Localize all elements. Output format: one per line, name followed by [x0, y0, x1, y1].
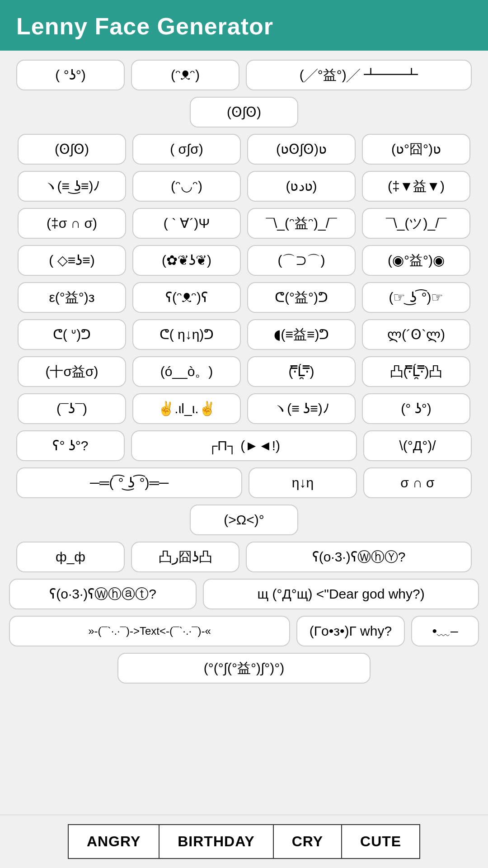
face-btn[interactable]: (·̿Ĺ̯·̿) [247, 356, 356, 387]
face-row-15: (°(°∫(°益°)∫°)°) [9, 653, 479, 684]
face-row-10: ʕ° ʖ°? ┌П┐ (►◄!) \(°Д°)/ [9, 430, 479, 461]
face-row-9: (¯ʖ¯) ✌.ιl_ι.✌ ヽ(≡ ʖ≡)ﾉ (° ʖ°) [9, 393, 479, 424]
app-header: Lenny Face Generator [0, 0, 488, 51]
face-btn[interactable]: (‡σ ∩ σ) [18, 208, 126, 239]
face-btn[interactable]: (⌒⊃⌒) [247, 245, 356, 276]
face-row-3: ヽ(≡ ͜ʖ≡)ﾉ (ᵔ◡ᵔ) (ʋدʋ) (‡▼益▼) [9, 171, 479, 202]
face-btn[interactable]: (ʋ°囧°)ʋ [362, 134, 470, 165]
face-btn[interactable]: ( ` ∀´)Ψ [132, 208, 241, 239]
face-row-2: (ʘ∫ʘ) ( σ∫σ) (ʋʘ∫ʘ)ʋ (ʋ°囧°)ʋ [9, 134, 479, 165]
face-btn[interactable]: ʕ(ο·3·)ʕⓌⓗⓎ? [246, 542, 472, 572]
face-btn[interactable]: 凸(·̿Ĺ̯·̿)凸 [362, 356, 470, 387]
face-row-4: (‡σ ∩ σ) ( ` ∀´)Ψ ¯\_(ᵔ益ᵔ)_/¯ ¯\_(ツ)_/¯ [9, 208, 479, 239]
face-btn[interactable]: ¯\_(ツ)_/¯ [362, 208, 470, 239]
face-btn[interactable]: (‡▼益▼) [362, 171, 470, 202]
face-row-11: ─═( ͡° ͜ʖ ͡°)═─ η↓η σ ∩ σ (>Ω<)° [9, 467, 479, 535]
face-btn[interactable]: ─═( ͡° ͜ʖ ͡°)═─ [16, 467, 242, 498]
face-btn[interactable]: ʕ° ʖ°? [16, 430, 125, 461]
face-btn[interactable]: (° ʖ°) [362, 393, 470, 424]
face-row-8: (十σ益σ) (ó__ò。) (·̿Ĺ̯·̿) 凸(·̿Ĺ̯·̿)凸 [9, 356, 479, 387]
face-btn[interactable]: (✿❦ʖ❦) [132, 245, 241, 276]
face-btn[interactable]: (ᵔ◡ᵔ) [132, 171, 241, 202]
face-btn[interactable]: (十σ益σ) [18, 356, 126, 387]
app-title: Lenny Face Generator [16, 13, 472, 40]
face-btn[interactable]: (ʘ∫ʘ) [190, 97, 298, 127]
face-btn[interactable]: (◉°益°)◉ [362, 245, 470, 276]
face-btn[interactable]: •﹏– [411, 616, 479, 646]
face-row-12: ф_ф 凸ر囧ʖ凸 ʕ(ο·3·)ʕⓌⓗⓎ? [9, 542, 479, 572]
face-btn[interactable]: (ᵔᴥᵔ) [131, 60, 239, 90]
face-btn[interactable]: (ʋدʋ) [247, 171, 356, 202]
face-row-6: ε(°益°)з ʕ(ᵔᴥᵔ)ʕ ᕦ(°益°)ᕤ (☞ ͜ʖ ͡°)☞ [9, 282, 479, 313]
main-content: ( °ʖ°) (ᵔᴥᵔ) (╱°益°)╱ ┻━━┻ (ʘ∫ʘ) (ʘ∫ʘ) ( … [0, 51, 488, 815]
face-btn[interactable]: (ʋʘ∫ʘ)ʋ [247, 134, 356, 165]
face-btn[interactable]: ✌.ιl_ι.✌ [132, 393, 241, 424]
face-row-13: ʕ(ο·3·)ʕⓌⓗⓐⓣ? щ (°Д°щ) <"Dear god why?) [9, 579, 479, 609]
face-btn[interactable]: ヽ(≡ ͜ʖ≡)ﾉ [18, 171, 126, 202]
face-btn[interactable]: ʕ(ο·3·)ʕⓌⓗⓐⓣ? [9, 579, 197, 609]
face-row-1: ( °ʖ°) (ᵔᴥᵔ) (╱°益°)╱ ┻━━┻ (ʘ∫ʘ) [9, 60, 479, 127]
face-btn[interactable]: ε(°益°)з [18, 282, 126, 313]
face-row-7: ᕦ( ᐡ)ᕤ ᕦ( η↓η)ᕤ ◖(≡益≡)ᕤ ლ(´ʘ`ლ) [9, 319, 479, 350]
face-btn[interactable]: (¯ʖ¯) [18, 393, 126, 424]
face-btn[interactable]: ◖(≡益≡)ᕤ [247, 319, 356, 350]
face-btn[interactable]: (ʘ∫ʘ) [18, 134, 126, 165]
face-btn[interactable]: ᕦ( ᐡ)ᕤ [18, 319, 126, 350]
face-btn[interactable]: (°(°∫(°益°)∫°)°) [117, 653, 371, 684]
nav-tab-angry[interactable]: ANGRY [68, 824, 159, 859]
face-btn[interactable]: ᕦ(°益°)ᕤ [247, 282, 356, 313]
face-btn[interactable]: ф_ф [16, 542, 125, 572]
face-btn[interactable]: 凸ر囧ʖ凸 [131, 542, 239, 572]
face-row-5: ( ◇≡ʖ≡) (✿❦ʖ❦) (⌒⊃⌒) (◉°益°)◉ [9, 245, 479, 276]
face-btn[interactable]: ᕦ( η↓η)ᕤ [132, 319, 241, 350]
face-btn[interactable]: ( °ʖ°) [16, 60, 125, 90]
face-btn[interactable]: ( σ∫σ) [132, 134, 241, 165]
face-btn[interactable]: ¯\_(ᵔ益ᵔ)_/¯ [247, 208, 356, 239]
face-btn[interactable]: щ (°Д°щ) <"Dear god why?) [203, 579, 479, 609]
nav-tab-cry[interactable]: CRY [273, 824, 342, 859]
face-btn[interactable]: σ ∩ σ [363, 467, 472, 498]
nav-tab-birthday[interactable]: BIRTHDAY [159, 824, 273, 859]
face-btn[interactable]: (ó__ò。) [132, 356, 241, 387]
face-btn[interactable]: \(°Д°)/ [363, 430, 472, 461]
face-btn[interactable]: ヽ(≡ ʖ≡)ﾉ [247, 393, 356, 424]
face-row-14: »-(¯`·.·¯)->Text<-(¯`·.·¯)-« (Гo•з•)Г wh… [9, 616, 479, 646]
face-btn[interactable]: ʕ(ᵔᴥᵔ)ʕ [132, 282, 241, 313]
face-btn[interactable]: (Гo•з•)Г why? [296, 616, 405, 646]
bottom-navigation: ANGRY BIRTHDAY CRY CUTE [0, 815, 488, 868]
nav-tab-cute[interactable]: CUTE [342, 824, 420, 859]
face-btn[interactable]: (☞ ͜ʖ ͡°)☞ [362, 282, 470, 313]
face-btn[interactable]: (>Ω<)° [190, 505, 298, 535]
face-btn[interactable]: η↓η [249, 467, 357, 498]
face-btn[interactable]: ( ◇≡ʖ≡) [18, 245, 126, 276]
face-btn[interactable]: (╱°益°)╱ ┻━━┻ [246, 60, 472, 90]
face-btn[interactable]: »-(¯`·.·¯)->Text<-(¯`·.·¯)-« [9, 616, 290, 646]
face-btn[interactable]: ლ(´ʘ`ლ) [362, 319, 470, 350]
face-btn[interactable]: ┌П┐ (►◄!) [131, 430, 357, 461]
